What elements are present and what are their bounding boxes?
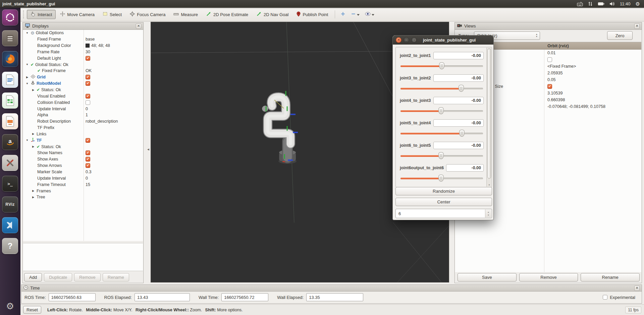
slider-handle[interactable] xyxy=(438,152,444,159)
display-row[interactable]: ▶Links xyxy=(23,131,143,137)
joint-slider[interactable] xyxy=(400,85,484,92)
expander-right-icon[interactable]: ▶ xyxy=(25,76,29,79)
maximize-icon[interactable]: ▢ xyxy=(411,37,417,43)
joint-value-field[interactable]: -0.00 xyxy=(433,97,484,104)
tool-select-button[interactable]: Select xyxy=(99,10,125,19)
add-button[interactable]: Add xyxy=(24,273,42,281)
display-row[interactable]: Robot Descriptionrobot_description xyxy=(23,118,143,125)
remove-button[interactable]: Remove xyxy=(519,273,578,281)
tool-focus-camera-button[interactable]: Focus Camera xyxy=(126,10,169,19)
joint-window-titlebar[interactable]: ✕ ─ ▢ joint_state_publisher_gui xyxy=(393,36,493,45)
display-row[interactable]: Default Light✔ xyxy=(23,55,143,61)
display-row[interactable]: ▶✔Status: Ok xyxy=(23,87,143,93)
joint-slider[interactable] xyxy=(400,130,484,137)
keyboard-icon[interactable] xyxy=(577,2,583,6)
checkbox[interactable]: ✔ xyxy=(86,157,90,162)
volume-icon[interactable] xyxy=(609,2,615,6)
slider-handle[interactable] xyxy=(459,130,465,137)
expander-right-icon[interactable]: ▶ xyxy=(31,196,35,199)
joint-value-field[interactable]: -0.00 xyxy=(433,74,484,82)
checkbox[interactable]: ✔ xyxy=(86,56,90,61)
expander-down-icon[interactable]: ▼ xyxy=(25,32,29,35)
joint-slider[interactable] xyxy=(400,175,484,182)
checkbox[interactable]: ✔ xyxy=(86,94,90,99)
displays-close-button[interactable]: ✕ xyxy=(136,23,141,29)
left-splitter-handle[interactable]: ◄ xyxy=(147,147,150,151)
minimize-icon[interactable]: ─ xyxy=(404,37,409,43)
display-row[interactable]: Alpha1 xyxy=(23,112,143,118)
tool-interact-button[interactable]: Interact xyxy=(27,10,56,19)
experimental-checkbox[interactable] xyxy=(603,295,607,300)
display-row[interactable]: Collision Enabled xyxy=(23,99,143,106)
launcher-item-software-center[interactable] xyxy=(2,155,18,171)
reset-button[interactable]: Reset xyxy=(23,306,41,314)
display-row[interactable]: Show Arrows✔ xyxy=(23,163,143,169)
display-row[interactable]: Update Interval0 xyxy=(23,175,143,181)
views-column-divider[interactable] xyxy=(544,50,544,272)
display-row[interactable]: ▶Grid✔ xyxy=(23,74,143,80)
launcher-item-rviz[interactable]: RViz xyxy=(2,196,18,212)
display-row[interactable]: ▼TF✔ xyxy=(23,137,143,143)
time-field-input[interactable]: 13.43 xyxy=(135,293,190,301)
display-row[interactable]: Fixed Framebase xyxy=(23,36,143,43)
display-row[interactable]: ▼✔Global Status: Ok xyxy=(23,61,143,68)
checkbox[interactable] xyxy=(86,100,90,105)
display-row[interactable]: Show Names✔ xyxy=(23,150,143,156)
display-row[interactable]: ▶Frames xyxy=(23,188,143,194)
launcher-item-libreoffice-calc[interactable] xyxy=(2,92,18,109)
tool-move-camera-button[interactable]: Move Camera xyxy=(56,10,98,19)
display-row[interactable]: TF Prefix xyxy=(23,125,143,131)
tool-add-tool-button[interactable] xyxy=(338,10,348,19)
display-row[interactable]: Frame Timeout15 xyxy=(23,181,143,188)
display-row[interactable]: Frame Rate30 xyxy=(23,49,143,55)
launcher-item-libreoffice-impress[interactable] xyxy=(2,113,18,129)
launcher-item-libreoffice-writer[interactable] xyxy=(2,72,18,88)
scrollbar-thumb[interactable] xyxy=(487,49,491,179)
randomize-button[interactable]: Randomize xyxy=(395,187,492,195)
launcher-item-amazon[interactable]: a xyxy=(2,134,18,150)
checkbox[interactable] xyxy=(547,57,552,62)
time-field-input[interactable]: 1660275650.63 xyxy=(49,293,96,301)
checkbox[interactable]: ✔ xyxy=(547,84,552,89)
expander-down-icon[interactable]: ▼ xyxy=(25,63,29,66)
joint-slider[interactable] xyxy=(400,152,484,160)
launcher-item-terminal[interactable]: >_ xyxy=(2,176,18,192)
tool-tool-visibility-button[interactable] xyxy=(363,10,377,18)
slider-handle[interactable] xyxy=(439,62,444,69)
expander-right-icon[interactable]: ▶ xyxy=(31,88,35,91)
launcher-item-settings[interactable]: ⚙ xyxy=(2,298,18,314)
launcher-item-help[interactable]: ? xyxy=(2,238,18,254)
display-row[interactable]: Show Axes✔ xyxy=(23,156,143,163)
scrollbar[interactable]: ▼ xyxy=(486,48,491,187)
display-row[interactable]: ▶Tree xyxy=(23,194,143,200)
joint-state-publisher-window[interactable]: ✕ ─ ▢ joint_state_publisher_gui joint2_t… xyxy=(392,35,494,220)
battery-icon[interactable] xyxy=(598,2,604,6)
display-row[interactable]: ▼⚙Global Options xyxy=(23,30,143,36)
slider-handle[interactable] xyxy=(438,175,444,182)
launcher-item-vscode[interactable] xyxy=(2,217,18,233)
display-row[interactable]: Visual Enabled✔ xyxy=(23,93,143,99)
checkbox[interactable]: ✔ xyxy=(86,163,90,168)
save-button[interactable]: Save xyxy=(458,273,517,281)
tool-publish-point-button[interactable]: Publish Point xyxy=(293,10,332,19)
joint-value-field[interactable]: -0.00 xyxy=(433,142,484,149)
views-close-button[interactable]: ✕ xyxy=(634,23,640,29)
checkbox[interactable]: ✔ xyxy=(86,138,90,143)
checkbox[interactable]: ✔ xyxy=(86,75,90,79)
slider-handle[interactable] xyxy=(459,85,464,92)
expander-right-icon[interactable]: ▶ xyxy=(31,132,35,135)
launcher-item-firefox[interactable] xyxy=(2,51,18,67)
joint-slider[interactable] xyxy=(400,107,484,115)
center-button[interactable]: Center xyxy=(395,198,492,206)
network-icon[interactable] xyxy=(588,2,593,6)
checkbox[interactable]: ✔ xyxy=(86,150,90,155)
scrollbar-down-icon[interactable]: ▼ xyxy=(487,184,491,186)
toolbar-grip[interactable] xyxy=(23,10,25,18)
joint-slider[interactable] xyxy=(400,62,484,70)
display-row[interactable]: Update Interval0 xyxy=(23,106,143,112)
time-field-input[interactable]: 1660275650.72 xyxy=(221,293,268,301)
time-close-button[interactable]: ✕ xyxy=(634,286,640,291)
time-field-input[interactable]: 13.35 xyxy=(306,293,363,301)
rename-button[interactable]: Rename xyxy=(581,273,640,281)
display-row[interactable]: ✔Fixed FrameOK xyxy=(23,68,143,74)
